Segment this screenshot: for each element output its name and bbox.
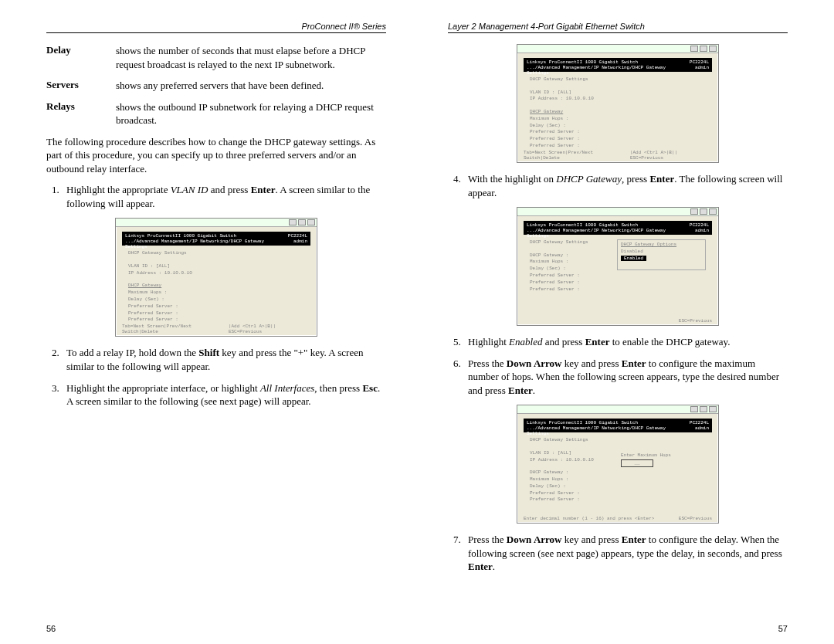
close-icon	[307, 219, 315, 225]
window-controls	[517, 208, 718, 216]
window-controls	[517, 405, 718, 414]
window-controls	[517, 45, 718, 53]
window-controls	[116, 219, 317, 227]
maximize-icon	[700, 208, 707, 215]
def-term: Relays	[46, 100, 116, 127]
def-desc: shows any preferred servers that have be…	[116, 79, 386, 93]
close-icon	[709, 208, 717, 215]
step-6: Press the Down Arrow key and press Enter…	[463, 357, 788, 398]
step-5: Highlight Enabled and press Enter to ena…	[463, 335, 788, 349]
close-icon	[709, 406, 717, 412]
screenshot-gateway-options: Linksys ProConnectII 1000 Gigabit Switch…	[517, 207, 719, 326]
header-left: ProConnect II® Series	[46, 22, 386, 33]
step-2: To add a relay IP, hold down the Shift k…	[62, 346, 386, 373]
def-desc: shows the number of seconds that must el…	[116, 44, 386, 71]
definition-list: Delay shows the number of seconds that m…	[46, 44, 386, 127]
maximize-icon	[700, 46, 707, 52]
page-number-right: 57	[778, 624, 788, 633]
def-row: Servers shows any preferred servers that…	[46, 79, 386, 93]
minimize-icon	[690, 406, 698, 412]
def-row: Delay shows the number of seconds that m…	[46, 44, 386, 71]
enabled-option-highlight: Enabled	[621, 256, 646, 262]
max-hops-input-box: __	[621, 459, 653, 467]
step-3: Highlight the appropriate interface, or …	[62, 381, 386, 408]
minimize-icon	[289, 219, 297, 225]
screenshot-max-hops: Linksys ProConnectII 1000 Gigabit Switch…	[517, 405, 719, 524]
screenshot-dhcp-settings: Linksys ProConnectII 1000 Gigabit Switch…	[517, 44, 719, 163]
close-icon	[709, 46, 717, 52]
def-row: Relays shows the outbound IP subnetwork …	[46, 100, 386, 127]
def-desc: shows the outbound IP subnetwork for rel…	[116, 100, 386, 127]
def-term: Delay	[46, 44, 116, 71]
page-right: Layer 2 Management 4-Port Gigabit Ethern…	[417, 0, 834, 644]
minimize-icon	[690, 46, 698, 52]
step-1: Highlight the appropriate VLAN ID and pr…	[62, 183, 386, 210]
intro-para: The following procedure describes how to…	[46, 135, 386, 176]
step-4: With the highlight on DHCP Gateway, pres…	[463, 172, 788, 199]
page-number-left: 56	[46, 624, 56, 633]
minimize-icon	[690, 208, 698, 215]
page-left: ProConnect II® Series Delay shows the nu…	[0, 0, 417, 644]
maximize-icon	[700, 406, 707, 412]
header-right: Layer 2 Management 4-Port Gigabit Ethern…	[448, 22, 788, 33]
def-term: Servers	[46, 79, 116, 93]
screenshot-vlan-settings: Linksys ProConnectII 1000 Gigabit Switch…	[115, 218, 317, 337]
step-7: Press the Down Arrow key and press Enter…	[463, 533, 788, 574]
maximize-icon	[298, 219, 306, 225]
